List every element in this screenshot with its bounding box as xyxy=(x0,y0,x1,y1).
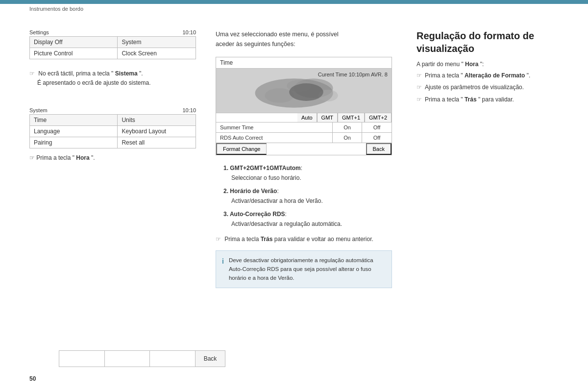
rds-label: RDS Auto Correct xyxy=(216,133,333,143)
arrow-icon-3: ☞ xyxy=(216,236,221,243)
gmt-plus2-button[interactable]: GMT+2 xyxy=(365,113,392,122)
right-list-item-3: ☞ Prima a tecla " Trás " para validar. xyxy=(416,95,564,104)
right-subtitle: A partir do menu " Hora ": xyxy=(416,61,564,68)
format-row: Format Change Back xyxy=(216,143,392,155)
page-header: Instrumentos de bordo xyxy=(29,6,83,12)
page-number: 50 xyxy=(29,375,36,382)
system-pairing-cell: Pairing xyxy=(30,137,118,148)
format-spacer xyxy=(267,143,366,155)
settings-time: 10:10 xyxy=(182,29,196,35)
info-text: Deve desactivar obrigatoriamente a regul… xyxy=(229,256,386,283)
summer-time-off: Off xyxy=(362,122,392,132)
top-bar xyxy=(0,0,588,4)
rds-on: On xyxy=(333,133,362,143)
table-row: Pairing Reset all xyxy=(30,137,196,148)
system-time: 10:10 xyxy=(182,107,196,113)
svg-point-6 xyxy=(289,83,323,101)
summer-time-row: Summer Time On Off xyxy=(216,122,392,132)
summer-time-on: On xyxy=(333,122,362,132)
system-time-cell: Time xyxy=(30,115,118,126)
table-row: Picture Control Clock Screen xyxy=(30,48,196,59)
arrow-icon-4: ☞ xyxy=(416,71,422,80)
nav-spacer-1 xyxy=(59,351,105,367)
time-panel-map: Curent Time 10:10pm AVR. 8 xyxy=(216,69,392,113)
nav-spacer-3 xyxy=(150,351,196,367)
arrow-icon-2: ☞ xyxy=(29,154,35,161)
system-reset-cell: Reset all xyxy=(118,137,196,148)
list-item-1: 1. GMT+2GMT+1GMTAutom: Seleccionar o fus… xyxy=(223,163,402,183)
numbered-list: 1. GMT+2GMT+1GMTAutom: Seleccionar o fus… xyxy=(216,163,402,229)
system-units-cell: Units xyxy=(118,115,196,126)
body-text-1: No ecrã táctil, prima a tecla " Sistema … xyxy=(38,70,143,77)
right-title: Regulação do formato de visualização xyxy=(416,29,564,55)
table-row: Time Units xyxy=(30,115,196,126)
back-button[interactable]: Back xyxy=(196,351,225,367)
arrow-icon-5: ☞ xyxy=(416,82,422,92)
system-keyboard-cell: Keyboard Layout xyxy=(118,126,196,137)
system-table: Time Units Language Keyboard Layout Pair… xyxy=(29,114,196,148)
rds-off: Off xyxy=(362,133,392,143)
table-row: Language Keyboard Layout xyxy=(30,126,196,137)
system-section: System 10:10 Time Units Language Keyboar… xyxy=(29,107,206,148)
arrow-icon-6: ☞ xyxy=(416,95,422,104)
right-column: Regulação do formato de visualização A p… xyxy=(416,29,564,106)
time-panel: Time Curent Time 10:10pm AVR. 8 Auto GMT xyxy=(216,57,392,155)
current-time-display: Curent Time 10:10pm AVR. 8 xyxy=(318,72,388,77)
gmt-buttons-row: Auto GMT GMT+1 GMT+2 xyxy=(216,113,392,122)
back-arrow-text: ☞ Prima a tecla Trás para validar e volt… xyxy=(216,235,402,244)
left-body-text-1: ☞ No ecrã táctil, prima a tecla " Sistem… xyxy=(29,69,206,88)
gmt-plus1-button[interactable]: GMT+1 xyxy=(338,113,365,122)
system-header-row: System 10:10 xyxy=(29,107,196,113)
time-panel-header: Time xyxy=(216,57,392,69)
middle-column: Uma vez seleccionado este menu, é possív… xyxy=(216,29,402,288)
right-list-item-1: ☞ Prima a tecla " Alteração de Formato "… xyxy=(416,71,564,80)
gmt-button[interactable]: GMT xyxy=(317,113,338,122)
format-change-button[interactable]: Format Change xyxy=(216,143,267,155)
system-label: System xyxy=(29,107,48,113)
info-icon: i xyxy=(222,256,224,283)
left-column: Settings 10:10 Display Off System Pictur… xyxy=(29,29,206,161)
intro-text: Uma vez seleccionado este menu, é possív… xyxy=(216,29,402,49)
settings-clock-screen: Clock Screen xyxy=(118,48,196,59)
settings-table: Display Off System Picture Control Clock… xyxy=(29,36,196,59)
header-title: Instrumentos de bordo xyxy=(29,6,83,12)
summer-time-label: Summer Time xyxy=(216,122,333,132)
time-panel-back-button[interactable]: Back xyxy=(366,143,392,155)
info-box: i Deve desactivar obrigatoriamente a reg… xyxy=(216,250,392,288)
arrow-icon-1: ☞ xyxy=(29,70,35,77)
bottom-nav-bar: Back xyxy=(59,350,225,367)
settings-display-off: Display Off xyxy=(30,37,118,48)
settings-label: Settings xyxy=(29,29,49,35)
table-row: Display Off System xyxy=(30,37,196,48)
right-list: ☞ Prima a tecla " Alteração de Formato "… xyxy=(416,71,564,104)
list-item-2: 2. Horário de Verão: Activar/desactivar … xyxy=(223,186,402,206)
settings-header-row: Settings 10:10 xyxy=(29,29,196,35)
auto-button[interactable]: Auto xyxy=(297,113,317,122)
body-text-2: É apresentado o ecrã de ajuste do sistem… xyxy=(37,78,206,88)
nav-spacer-2 xyxy=(105,351,150,367)
rds-row: RDS Auto Correct On Off xyxy=(216,132,392,143)
list-item-3: 3. Auto-Correção RDS: Activar/desactivar… xyxy=(223,209,402,229)
system-language-cell: Language xyxy=(30,126,118,137)
right-list-item-2: ☞ Ajuste os parâmetros de visualização. xyxy=(416,82,564,92)
settings-system: System xyxy=(118,37,196,48)
prima-hora-text: ☞ Prima a tecla " Hora ". xyxy=(29,154,206,161)
settings-picture-control: Picture Control xyxy=(30,48,118,59)
